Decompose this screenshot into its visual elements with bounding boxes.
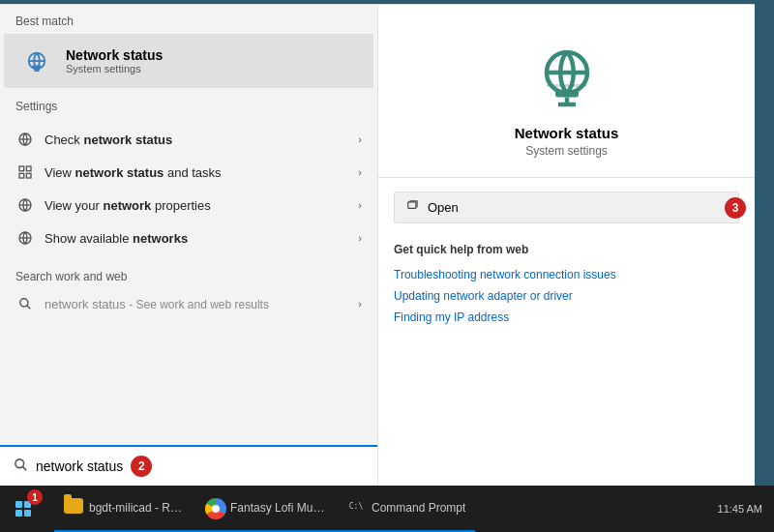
- taskbar-tray: 11:45 AM: [718, 503, 774, 515]
- taskbar-time: 11:45 AM: [718, 503, 762, 515]
- right-panel-divider: [378, 177, 755, 178]
- help-link-troubleshoot[interactable]: Troubleshooting network connection issue…: [394, 264, 739, 285]
- taskbar-chrome-icon: [205, 498, 224, 517]
- best-match-text: Network status System settings: [66, 47, 163, 74]
- svg-rect-2: [32, 66, 41, 69]
- taskbar-folder-icon: [64, 498, 83, 517]
- web-search-label: Search work and web: [0, 260, 377, 287]
- left-panel: Best match Network status System setting…: [0, 4, 377, 486]
- web-search-arrow: ›: [358, 298, 362, 310]
- settings-view-network-props[interactable]: View your network properties ›: [0, 189, 377, 222]
- web-search-item[interactable]: network status - See work and web result…: [0, 287, 377, 320]
- right-app-title: Network status: [515, 125, 619, 141]
- taskbar-app-cmd-label: Command Prompt: [372, 501, 465, 515]
- taskbar-app-chrome[interactable]: Fantasy Lofi Music ...: [195, 486, 337, 532]
- right-panel-app-icon: [532, 44, 602, 113]
- right-panel: Network status System settings Open 3 Ge…: [377, 4, 755, 486]
- svg-rect-9: [19, 173, 24, 178]
- view-network-props-arrow: ›: [358, 199, 362, 211]
- help-link-adapter[interactable]: Updating network adapter or driver: [394, 285, 739, 307]
- svg-rect-19: [555, 90, 579, 98]
- taskbar-app-cmd[interactable]: C:\ Command Prompt: [337, 486, 475, 532]
- view-network-props-text: View your network properties: [45, 198, 358, 213]
- web-search-text: network status - See work and web result…: [45, 297, 269, 311]
- open-button[interactable]: Open 3: [394, 192, 739, 223]
- quick-help-label: Get quick help from web: [394, 243, 739, 256]
- taskbar-app-bgdt-label: bgdt-milicad - Re...: [89, 501, 186, 515]
- web-search-magnifier-icon: [15, 294, 35, 313]
- taskbar-apps: bgdt-milicad - Re... Fantasy Lofi Music …: [54, 486, 718, 532]
- taskbar: 1 bgdt-milicad - Re... Fantasy Lofi Musi…: [0, 486, 774, 532]
- open-badge: 3: [725, 197, 746, 219]
- settings-check-network[interactable]: Check network status ›: [0, 123, 377, 156]
- taskbar-cmd-icon: C:\: [346, 498, 366, 517]
- settings-globe-icon-3: [15, 228, 35, 248]
- windows-logo-icon: [15, 501, 31, 517]
- start-button[interactable]: 1: [0, 486, 46, 532]
- best-match-title: Network status: [66, 47, 163, 63]
- settings-grid-icon: [15, 163, 35, 182]
- main-search-bar[interactable]: network status 2: [0, 445, 377, 486]
- open-icon: [406, 199, 420, 216]
- settings-view-network-tasks[interactable]: View network status and tasks ›: [0, 156, 377, 189]
- svg-rect-7: [19, 166, 24, 171]
- view-network-tasks-text: View network status and tasks: [45, 165, 358, 180]
- check-network-arrow: ›: [358, 133, 362, 145]
- svg-rect-23: [408, 202, 416, 208]
- best-match-subtitle: System settings: [66, 63, 163, 74]
- taskbar-app-chrome-label: Fantasy Lofi Music ...: [230, 501, 327, 515]
- network-status-icon: [19, 44, 54, 78]
- show-networks-text: Show available networks: [45, 231, 358, 246]
- svg-rect-22: [547, 84, 587, 87]
- best-match-label: Best match: [0, 5, 377, 32]
- settings-globe-icon-2: [15, 195, 35, 215]
- view-network-tasks-arrow: ›: [358, 166, 362, 178]
- settings-show-networks[interactable]: Show available networks ›: [0, 222, 377, 254]
- settings-label: Settings: [0, 90, 377, 117]
- svg-rect-10: [26, 173, 31, 178]
- main-search-text: network status: [36, 458, 123, 474]
- check-network-text: Check network status: [45, 133, 358, 147]
- search-bar-badge: 2: [131, 456, 152, 477]
- right-app-subtitle: System settings: [525, 144, 608, 158]
- svg-line-25: [22, 466, 26, 470]
- main-search-icon: [14, 458, 28, 475]
- settings-globe-icon-1: [15, 130, 35, 149]
- settings-section: Check network status › View network stat…: [0, 117, 377, 260]
- svg-point-15: [20, 299, 28, 307]
- taskbar-app-bgdt[interactable]: bgdt-milicad - Re...: [54, 486, 195, 532]
- show-networks-arrow: ›: [358, 232, 362, 244]
- svg-line-16: [27, 306, 31, 310]
- start-menu: Best match Network status System setting…: [0, 4, 755, 486]
- svg-rect-8: [26, 166, 31, 171]
- open-label: Open: [428, 200, 459, 215]
- svg-point-24: [15, 459, 24, 468]
- best-match-network-status[interactable]: Network status System settings: [4, 34, 373, 88]
- start-badge: 1: [27, 489, 43, 505]
- help-link-ip[interactable]: Finding my IP address: [394, 307, 739, 328]
